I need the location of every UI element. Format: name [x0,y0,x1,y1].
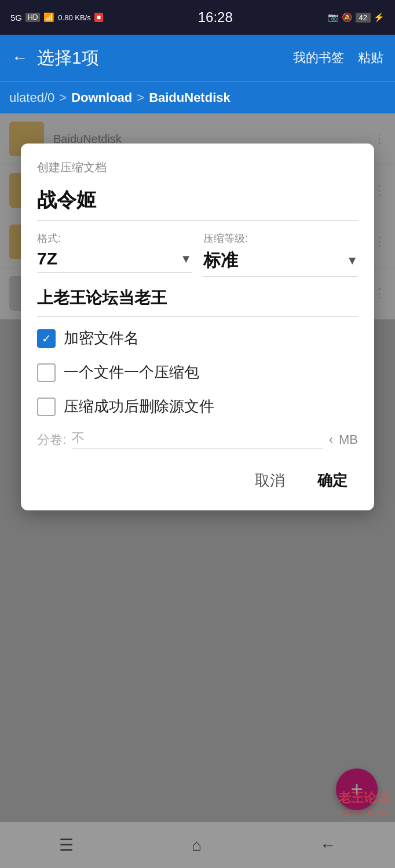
dialog-title: 创建压缩文档 [37,160,358,175]
compress-dropdown[interactable]: 标准 ▼ [203,249,358,277]
wifi-icon: 📶 [43,12,54,23]
breadcrumb-sep-1: > [137,90,144,105]
split-input[interactable] [72,431,323,448]
split-label: 分卷: [37,431,66,448]
status-bar: 5G HD 📶 0.80 KB/s ■ 16:28 📷 🔕 42 ⚡ [0,0,395,35]
hd-badge: HD [25,13,40,22]
status-left: 5G HD 📶 0.80 KB/s ■ [10,12,103,23]
nav-actions: 我的书签 粘贴 [293,49,383,67]
status-time: 16:28 [198,9,233,25]
dialog-buttons: 取消 确定 [37,465,358,496]
top-nav: ← 选择1项 我的书签 粘贴 [0,35,395,81]
compress-value: 标准 [203,249,346,273]
delete-source-label: 压缩成功后删除源文件 [64,396,214,417]
compress-group: 压缩等级: 标准 ▼ [203,231,358,277]
split-unit: MB [339,432,358,447]
extra-icon: ■ [94,13,103,22]
compress-label: 压缩等级: [203,231,358,245]
paste-button[interactable]: 粘贴 [358,49,383,67]
nav-title: 选择1项 [37,46,293,70]
bluetooth-icon: 📷 [328,12,339,23]
signal-icon: 5G [10,13,22,23]
split-chevron-icon: ‹ [329,432,333,447]
password-field[interactable]: 上老王论坛当老王 [37,287,358,317]
format-label: 格式: [37,231,192,245]
create-archive-dialog: 创建压缩文档 战令姬 格式: 7Z ▼ 压缩等级: 标准 ▼ 上老王论坛当老王 … [21,144,374,510]
encrypt-filename-label: 加密文件名 [64,328,139,348]
one-file-archive-label: 一个文件一个压缩包 [64,362,199,382]
watermark-line2: laowang.vip [338,807,389,817]
encrypt-filename-checkbox[interactable]: ✓ [37,329,56,348]
watermark-line1: 老王论坛 [338,789,389,807]
one-file-one-archive-row: 一个文件一个压缩包 [37,362,358,382]
back-button[interactable]: ← [12,49,28,67]
confirm-button[interactable]: 确定 [307,465,358,496]
delete-source-row: 压缩成功后删除源文件 [37,396,358,417]
watermark: 老王论坛 laowang.vip [338,789,389,817]
breadcrumb-sep-0: > [59,90,67,105]
format-arrow-icon: ▼ [180,252,192,266]
delete-source-checkbox[interactable] [37,398,56,416]
split-volume-row: 分卷: ‹ MB [37,431,358,448]
checkmark-icon: ✓ [42,333,52,344]
bookmarks-button[interactable]: 我的书签 [293,49,344,67]
format-dropdown[interactable]: 7Z ▼ [37,249,192,273]
one-file-archive-checkbox[interactable] [37,363,56,382]
breadcrumb-item-1[interactable]: Download [71,90,132,105]
encrypt-filename-row: ✓ 加密文件名 [37,328,358,348]
breadcrumb: ulated/0 > Download > BaiduNetdisk [0,81,395,113]
network-speed: 0.80 KB/s [58,13,90,22]
cancel-button[interactable]: 取消 [244,465,295,496]
battery-icon: 42 [356,13,371,23]
charging-icon: ⚡ [374,12,385,23]
format-compress-row: 格式: 7Z ▼ 压缩等级: 标准 ▼ [37,231,358,277]
format-group: 格式: 7Z ▼ [37,231,192,277]
format-value: 7Z [37,249,180,269]
breadcrumb-item-0[interactable]: ulated/0 [9,90,54,105]
status-right: 📷 🔕 42 ⚡ [328,12,385,23]
breadcrumb-item-2[interactable]: BaiduNetdisk [149,90,231,105]
archive-filename[interactable]: 战令姬 [37,187,358,221]
mute-icon: 🔕 [342,12,353,23]
compress-arrow-icon: ▼ [346,254,358,267]
